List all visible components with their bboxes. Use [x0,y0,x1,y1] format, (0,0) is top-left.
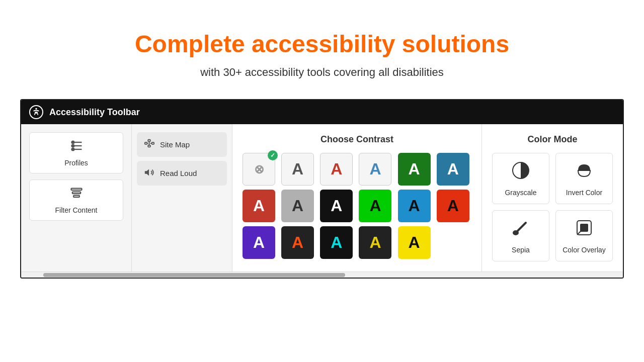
color-overlay-button[interactable]: Color Overlay [555,210,613,261]
contrast-cell-6[interactable]: A [243,190,275,222]
contrast-cell-14[interactable]: A [320,226,353,259]
contrast-cell-4[interactable]: A [398,153,431,186]
sepia-icon [511,218,531,242]
filter-content-button[interactable]: Filter Content [29,179,123,221]
invert-color-icon [574,160,594,185]
svg-rect-12 [148,145,150,147]
x-icon: ⊗ [254,162,264,176]
svg-line-23 [577,231,581,235]
hero-title: Complete accessibility solutions [135,30,509,58]
grayscale-icon [511,160,531,185]
profiles-button[interactable]: Profiles [29,132,123,173]
svg-rect-10 [145,142,147,144]
contrast-letter-4: A [409,160,420,178]
contrast-letter-13: A [292,233,303,252]
read-loud-label: Read Loud [160,169,197,177]
svg-rect-22 [580,224,588,232]
toolbar-header: Accessibility Toolbar [21,100,623,124]
hero-subtitle: with 30+ accessibility tools covering al… [135,66,509,79]
contrast-grid: ⊗ ✓ A A A A A [243,153,471,259]
contrast-cell-12[interactable]: A [243,226,275,259]
contrast-letter-15: A [369,233,381,252]
filter-label: Filter Content [55,206,97,214]
color-mode-panel: Color Mode Grayscale [482,124,623,272]
contrast-letter-1: A [292,160,303,178]
site-map-label: Site Map [160,140,190,149]
scrollbar-thumb[interactable] [43,273,345,277]
read-loud-icon [144,167,155,179]
color-overlay-label: Color Overlay [562,246,606,254]
contrast-cell-13[interactable]: A [281,226,314,259]
color-mode-title: Color Mode [492,134,613,145]
toolbar-body: Profiles Filter Content [21,124,623,272]
contrast-letter-3: A [369,160,381,178]
contrast-cell-15[interactable]: A [359,226,391,259]
contrast-letter-14: A [331,233,342,252]
contrast-cell-3[interactable]: A [359,153,391,186]
profiles-icon [69,139,84,156]
site-map-item[interactable]: Site Map [137,132,227,157]
svg-line-20 [518,223,526,231]
left-panel: Profiles Filter Content [21,124,132,272]
svg-rect-8 [72,192,80,194]
contrast-letter-11: A [447,197,459,215]
contrast-cell-1[interactable]: A [281,153,314,186]
grayscale-button[interactable]: Grayscale [492,153,549,204]
svg-marker-17 [145,169,149,176]
contrast-cell-8[interactable]: A [320,190,353,222]
contrast-letter-10: A [409,197,420,215]
accessibility-icon [29,105,43,119]
contrast-letter-8: A [331,197,342,215]
invert-color-button[interactable]: Invert Color [555,153,613,204]
profiles-label: Profiles [64,159,88,167]
read-loud-item[interactable]: Read Loud [137,161,227,186]
accessibility-toolbar: Accessibility Toolbar Profiles [20,99,624,279]
contrast-cell-11[interactable]: A [437,190,469,222]
contrast-cell-5[interactable]: A [437,153,469,186]
menu-panel: Site Map Read Loud [132,124,232,272]
svg-point-6 [71,148,74,151]
sepia-button[interactable]: Sepia [492,210,549,261]
sepia-label: Sepia [512,246,530,254]
svg-rect-11 [148,140,150,142]
contrast-cell-10[interactable]: A [398,190,431,222]
contrast-cell-16[interactable]: A [398,226,431,259]
svg-rect-13 [152,142,154,144]
contrast-cell-default[interactable]: ⊗ ✓ [243,153,275,186]
grayscale-label: Grayscale [505,189,536,197]
active-badge: ✓ [268,150,278,160]
contrast-letter-6: A [253,197,265,215]
scrollbar[interactable] [21,272,623,278]
contrast-cell-7[interactable]: A [281,190,314,222]
contrast-letter-12: A [253,233,265,252]
contrast-letter-16: A [409,233,420,252]
svg-rect-9 [73,196,79,198]
site-map-icon [144,138,155,151]
contrast-cell-2[interactable]: A [320,153,353,186]
contrast-letter-9: A [369,197,381,215]
toolbar-title: Accessibility Toolbar [49,107,140,118]
filter-icon [69,186,84,203]
contrast-title: Choose Contrast [243,134,471,145]
svg-point-5 [71,145,74,147]
hero-section: Complete accessibility solutions with 30… [125,0,519,99]
contrast-letter-7: A [292,197,303,215]
svg-point-0 [35,108,37,110]
contrast-panel: Choose Contrast ⊗ ✓ A A A A [232,124,482,272]
svg-point-4 [71,141,74,144]
contrast-cell-9[interactable]: A [359,190,391,222]
invert-color-label: Invert Color [566,189,602,197]
contrast-letter-5: A [447,160,459,178]
color-mode-grid: Grayscale Invert Color [492,153,613,261]
svg-rect-7 [71,189,82,191]
contrast-letter-2: A [331,160,342,178]
color-overlay-icon [574,218,594,242]
